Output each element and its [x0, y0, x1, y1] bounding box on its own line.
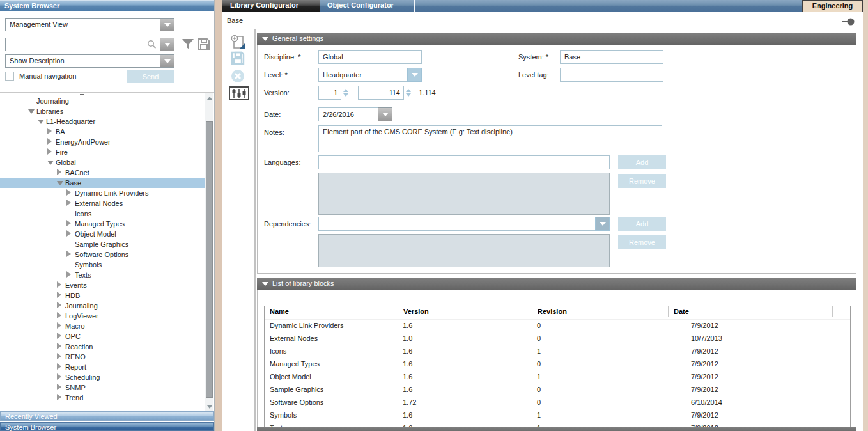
settings-sliders-icon[interactable] [229, 86, 249, 100]
dependencies-dropdown[interactable] [318, 217, 610, 231]
scroll-up-icon[interactable] [205, 93, 213, 102]
column-header-date[interactable]: Date [668, 306, 832, 317]
expand-arrow-icon[interactable] [57, 362, 65, 372]
tree-item-managed-types[interactable]: Managed Types [0, 219, 205, 229]
table-row[interactable]: Icons1.617/9/2012 [265, 346, 850, 359]
tree-item-libraries[interactable]: Libraries [0, 106, 205, 116]
table-row[interactable]: Managed Types1.607/9/2012 [265, 359, 850, 372]
save-search-icon[interactable] [198, 38, 210, 51]
tree-item-scheduling[interactable]: Scheduling [0, 372, 205, 382]
column-header-empty[interactable] [832, 306, 850, 317]
languages-add-button[interactable]: Add [618, 155, 666, 169]
dependencies-listbox[interactable] [318, 234, 610, 267]
chevron-down-icon[interactable] [160, 54, 174, 68]
tree-item-snmp[interactable]: SNMP [0, 382, 205, 393]
dependencies-add-button[interactable]: Add [618, 217, 666, 231]
tree-item-software-options[interactable]: Software Options [0, 249, 205, 260]
expand-arrow-icon[interactable] [57, 331, 65, 341]
send-button[interactable]: Send [127, 70, 174, 83]
column-header-empty[interactable] [265, 317, 398, 319]
general-settings-header[interactable]: General settings [257, 33, 856, 45]
tree-item-journaling[interactable]: Journaling [0, 301, 205, 311]
view-selector[interactable]: Management View [5, 18, 174, 31]
tree-item-hdb[interactable]: HDB [0, 290, 205, 301]
expand-arrow-icon[interactable] [66, 188, 75, 198]
tree-item-l1-headquarter[interactable]: L1-Headquarter [0, 116, 205, 127]
expand-arrow-icon[interactable] [57, 382, 65, 393]
table-row[interactable]: External Nodes1.0010/7/2013 [265, 333, 850, 346]
tree-item-events[interactable]: Events [0, 280, 205, 290]
description-selector[interactable]: Show Description [5, 54, 174, 68]
version-minor-stepper[interactable] [405, 86, 412, 100]
column-header-version[interactable]: Version [398, 306, 532, 317]
scrollbar-thumb[interactable] [206, 121, 213, 398]
discipline-field[interactable] [318, 50, 422, 64]
expand-arrow-icon[interactable] [57, 321, 65, 331]
tree-item-icons[interactable]: Icons [0, 208, 205, 219]
level-dropdown[interactable]: Headquarter [318, 68, 422, 82]
tree-item-bacnet[interactable]: BACnet [0, 168, 205, 178]
level-tag-field[interactable] [560, 68, 663, 82]
tree-item-texts[interactable]: Texts [0, 270, 205, 280]
tree-item-logviewer[interactable]: LogViewer [0, 311, 205, 321]
version-major-stepper[interactable] [343, 86, 349, 100]
chevron-down-icon[interactable] [378, 107, 392, 121]
tab-library-configurator[interactable]: Library Configurator [222, 0, 320, 12]
tree-item-base[interactable]: Base [0, 178, 205, 188]
tree-item-fire[interactable]: Fire [0, 147, 205, 157]
system-field[interactable] [560, 50, 663, 64]
scroll-down-icon[interactable] [205, 402, 213, 411]
import-library-icon[interactable] [230, 34, 247, 51]
tree-item-energyandpower[interactable]: EnergyAndPower [0, 137, 205, 147]
collapse-arrow-icon[interactable] [57, 178, 65, 188]
collapsed-section-header[interactable] [257, 427, 856, 431]
chevron-down-icon[interactable] [407, 68, 422, 82]
tree-item-sample-graphics[interactable]: Sample Graphics [0, 239, 205, 249]
spin-down-icon[interactable] [406, 93, 411, 97]
table-row[interactable]: Sample Graphics1.607/9/2012 [265, 384, 850, 397]
recently-viewed-bar[interactable]: Recently Viewed [0, 411, 214, 421]
languages-input[interactable] [318, 155, 610, 169]
collapse-arrow-icon[interactable] [38, 116, 46, 127]
collapse-arrow-icon[interactable] [47, 157, 56, 168]
tree-item-opc[interactable]: OPC [0, 331, 205, 341]
dependencies-remove-button[interactable]: Remove [618, 235, 666, 249]
expand-arrow-icon[interactable] [57, 168, 65, 178]
tree-scrollbar[interactable] [205, 93, 213, 411]
expand-arrow-icon[interactable] [57, 352, 65, 362]
engineering-mode-tab[interactable]: Engineering [802, 0, 863, 12]
tree-item-ba[interactable]: BA [0, 127, 205, 137]
tree-item-external-nodes[interactable]: External Nodes [0, 198, 205, 208]
spin-up-icon[interactable] [343, 89, 348, 92]
spin-down-icon[interactable] [343, 93, 348, 97]
save-icon[interactable] [230, 51, 245, 66]
expand-arrow-icon[interactable] [47, 127, 56, 137]
version-major-field[interactable] [318, 86, 341, 100]
column-header-revision[interactable]: Revision [532, 306, 668, 317]
expand-arrow-icon[interactable] [47, 137, 56, 147]
manual-navigation-checkbox[interactable] [5, 72, 14, 81]
notes-field[interactable]: Element part of the GMS CORE System (E.g… [318, 125, 662, 152]
expand-arrow-icon[interactable] [57, 290, 65, 301]
expand-arrow-icon[interactable] [66, 229, 75, 239]
tree-item-global[interactable]: Global [0, 157, 205, 168]
expand-arrow-icon[interactable] [66, 270, 75, 280]
search-input[interactable] [5, 38, 160, 51]
expand-arrow-icon[interactable] [57, 393, 65, 403]
chevron-down-icon[interactable] [595, 217, 610, 231]
library-blocks-header[interactable]: List of library blocks [257, 278, 856, 290]
search-history-chevron-icon[interactable] [160, 38, 174, 51]
table-row[interactable]: Symbols1.617/9/2012 [265, 410, 850, 423]
pin-icon[interactable] [841, 17, 855, 26]
expand-arrow-icon[interactable] [66, 198, 75, 208]
tree-item-report[interactable]: Report [0, 362, 205, 372]
version-minor-field[interactable] [358, 86, 404, 100]
tree-item-symbols[interactable]: Symbols [0, 260, 205, 270]
tree-item-macro[interactable]: Macro [0, 321, 205, 331]
tree-item-object-model[interactable]: Object Model [0, 229, 205, 239]
expand-arrow-icon[interactable] [66, 219, 75, 229]
expand-arrow-icon[interactable] [57, 280, 65, 290]
tree-item-reaction[interactable]: Reaction [0, 341, 205, 352]
spin-up-icon[interactable] [406, 89, 411, 92]
languages-listbox[interactable] [318, 173, 610, 215]
